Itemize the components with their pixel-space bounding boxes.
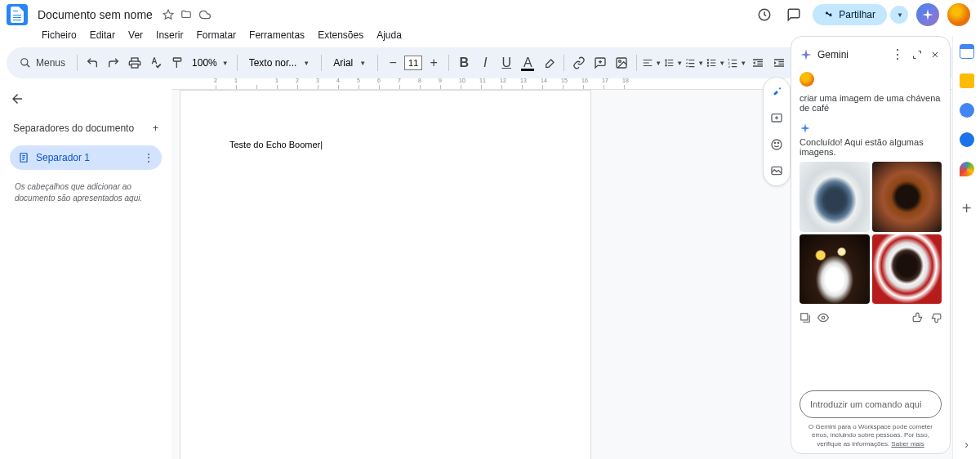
calendar-app-icon[interactable]: [960, 44, 974, 59]
account-avatar[interactable]: [947, 3, 970, 26]
paragraph-style-select[interactable]: Texto nor...▼: [243, 56, 317, 70]
outline-panel: Separadores do documento + Separador 1 ⋮…: [0, 78, 172, 459]
gemini-spark-icon: [800, 123, 811, 134]
gemini-user-prompt: criar uma imagem de uma chávena de café: [800, 93, 942, 113]
menu-extensions[interactable]: Extensões: [312, 26, 369, 44]
gemini-expand-icon[interactable]: [911, 48, 924, 61]
suggest-image-icon[interactable]: [767, 161, 786, 180]
svg-rect-26: [801, 314, 808, 320]
floating-insert-tools: [763, 77, 791, 186]
menu-edit[interactable]: Editar: [84, 26, 121, 44]
share-dropdown[interactable]: ▼: [890, 6, 908, 24]
svg-point-10: [707, 59, 709, 60]
thumbs-down-icon[interactable]: [930, 312, 942, 323]
generated-image-1[interactable]: [800, 162, 870, 232]
image-button[interactable]: [612, 53, 631, 73]
font-size-increase[interactable]: +: [424, 53, 443, 73]
emoji-icon[interactable]: [767, 135, 786, 154]
font-select[interactable]: Arial▼: [327, 56, 372, 70]
bullet-list-button[interactable]: ▼: [706, 53, 725, 73]
generated-image-2[interactable]: [872, 162, 942, 232]
contacts-app-icon[interactable]: [960, 132, 974, 147]
document-tab-1[interactable]: Separador 1 ⋮: [10, 145, 162, 170]
font-size-input[interactable]: [404, 56, 422, 70]
menu-tools[interactable]: Ferramentas: [243, 26, 310, 44]
menu-format[interactable]: Formatar: [190, 26, 242, 44]
add-comment-icon[interactable]: [767, 109, 786, 128]
svg-line-3: [27, 65, 30, 68]
user-avatar-small: [800, 72, 814, 87]
indent-increase-button[interactable]: [769, 53, 789, 73]
gemini-button[interactable]: [916, 3, 939, 26]
highlight-button[interactable]: [539, 53, 559, 73]
underline-button[interactable]: U: [497, 53, 516, 73]
gemini-more-icon[interactable]: ⋮: [889, 45, 906, 64]
bold-button[interactable]: B: [454, 53, 474, 73]
gemini-image-grid: [800, 162, 942, 304]
svg-rect-4: [131, 58, 138, 61]
back-arrow-icon[interactable]: [7, 88, 28, 109]
generated-image-3[interactable]: [800, 234, 870, 305]
zoom-select[interactable]: 100%▼: [189, 56, 232, 70]
comments-icon[interactable]: [783, 4, 804, 25]
align-button[interactable]: ▼: [642, 53, 662, 73]
link-button[interactable]: [569, 53, 589, 73]
redo-button[interactable]: [104, 53, 123, 73]
collapse-rail-icon[interactable]: ›: [964, 438, 969, 451]
document-title[interactable]: Documento sem nome: [34, 7, 156, 23]
gemini-side-panel: Gemini ⋮ criar uma imagem de uma chávena…: [791, 36, 951, 454]
view-icon[interactable]: [817, 312, 829, 323]
indent-decrease-button[interactable]: [748, 53, 768, 73]
spellcheck-button[interactable]: [146, 53, 166, 73]
add-app-icon[interactable]: +: [962, 199, 972, 218]
svg-point-12: [707, 65, 709, 66]
svg-rect-5: [131, 64, 138, 68]
svg-point-11: [707, 62, 709, 64]
maps-app-icon[interactable]: [960, 162, 974, 176]
format-paint-button[interactable]: [167, 53, 187, 73]
line-spacing-button[interactable]: ▼: [663, 53, 683, 73]
history-icon[interactable]: [754, 4, 775, 25]
font-size-decrease[interactable]: −: [383, 53, 403, 73]
thumbs-up-icon[interactable]: [912, 312, 924, 323]
menu-help[interactable]: Ajuda: [371, 26, 408, 44]
gemini-close-icon[interactable]: [929, 48, 942, 61]
print-button[interactable]: [125, 53, 145, 73]
comment-button[interactable]: [590, 53, 610, 73]
tasks-app-icon[interactable]: [960, 103, 974, 118]
svg-point-21: [774, 142, 775, 143]
svg-point-9: [619, 60, 621, 63]
menu-insert[interactable]: Inserir: [150, 26, 189, 44]
menu-view[interactable]: Ver: [122, 26, 149, 44]
learn-more-link[interactable]: Saber mais: [891, 440, 924, 448]
generated-image-4[interactable]: [872, 234, 942, 305]
numbered-list-button[interactable]: ▼: [727, 53, 746, 73]
italic-button[interactable]: I: [475, 53, 495, 73]
undo-button[interactable]: [82, 53, 102, 73]
gemini-prompt-input[interactable]: Introduzir um comando aqui: [800, 390, 942, 418]
magic-write-icon[interactable]: [767, 82, 786, 102]
search-menus[interactable]: Menus: [13, 54, 72, 72]
gemini-disclaimer: O Gemini para o Workspace pode cometer e…: [800, 418, 942, 448]
share-button[interactable]: Partilhar: [813, 4, 887, 25]
outline-hint: Os cabeçalhos que adicionar ao documento…: [7, 178, 165, 207]
move-icon[interactable]: [180, 9, 192, 20]
svg-marker-0: [163, 10, 173, 19]
text-color-button[interactable]: A: [518, 53, 537, 73]
insert-icon[interactable]: [800, 312, 811, 323]
document-body-text[interactable]: Teste do Echo Boomer: [229, 140, 323, 149]
cloud-status-icon[interactable]: [198, 9, 212, 20]
menu-file[interactable]: Ficheiro: [36, 26, 82, 44]
svg-point-2: [21, 59, 28, 65]
svg-point-20: [772, 140, 782, 149]
side-apps-rail: + ›: [952, 36, 980, 459]
document-page[interactable]: Teste do Echo Boomer: [180, 90, 591, 459]
outline-heading: Separadores do documento: [13, 123, 134, 134]
add-tab-button[interactable]: +: [153, 123, 158, 134]
svg-point-27: [822, 316, 825, 319]
docs-logo[interactable]: [7, 4, 28, 25]
star-icon[interactable]: [163, 9, 174, 20]
tab-more-icon[interactable]: ⋮: [144, 152, 154, 163]
keep-app-icon[interactable]: [960, 74, 974, 88]
checklist-button[interactable]: ▼: [684, 53, 704, 73]
